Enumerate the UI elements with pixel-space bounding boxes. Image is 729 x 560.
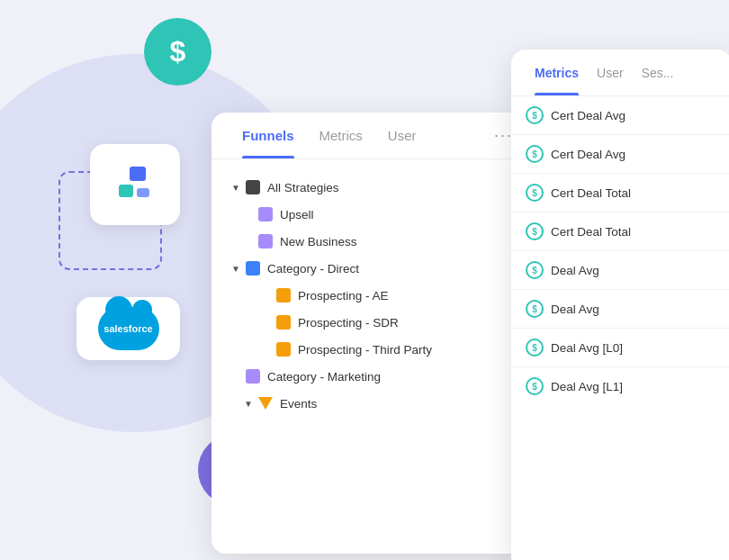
left-area: $ salesforce % (0, 0, 216, 560)
metric-item-cert-deal-avg-2[interactable]: $ Cert Deal Avg (511, 135, 729, 174)
salesforce-card: salesforce (76, 297, 180, 360)
tree-item-prospecting-ae[interactable]: ▶ Prospecting - AE (212, 282, 531, 309)
tree-color-upsell (258, 207, 273, 221)
right-tab-user[interactable]: User (588, 50, 633, 95)
metric-dollar-icon: $ (526, 261, 544, 279)
tree-arrow-all-strategies: ▼ (230, 181, 242, 194)
tree-item-upsell[interactable]: ▶ Upsell (212, 201, 531, 228)
metric-list: $ Cert Deal Avg $ Cert Deal Avg $ Cert D… (511, 96, 729, 560)
tab-metrics[interactable]: Metrics (307, 113, 375, 158)
tab-user[interactable]: User (375, 113, 429, 158)
tree-item-all-strategies[interactable]: ▼ All Strategies (212, 174, 531, 201)
tab-funnels[interactable]: Funnels (230, 113, 307, 158)
metric-dollar-icon: $ (526, 145, 544, 163)
tree-item-new-business[interactable]: ▶ New Business (212, 228, 531, 255)
svg-rect-1 (119, 185, 133, 197)
svg-rect-2 (137, 188, 149, 197)
tree-color-category-direct (246, 261, 260, 275)
tree-color-new-business (258, 234, 273, 248)
tree-arrow-category-direct: ▼ (230, 262, 242, 275)
funnel-tree-content: ▼ All Strategies ▶ Upsell ▶ New Business… (212, 159, 531, 554)
right-panel: Metrics User Ses... $ Cert Deal Avg $ Ce… (511, 50, 729, 560)
metric-item-cert-deal-avg-1[interactable]: $ Cert Deal Avg (511, 96, 729, 135)
tree-color-prospecting-third (276, 342, 291, 357)
funnel-blocks-icon (112, 161, 158, 208)
funnel-app-card (90, 144, 180, 225)
svg-rect-0 (130, 167, 146, 181)
metric-item-deal-avg-2[interactable]: $ Deal Avg (511, 290, 729, 329)
right-tab-ses[interactable]: Ses... (633, 50, 683, 95)
metric-dollar-icon: $ (526, 339, 544, 357)
metric-item-cert-deal-total-2[interactable]: $ Cert Deal Total (511, 212, 729, 251)
tree-color-prospecting-sdr (276, 315, 291, 330)
salesforce-cloud-icon: salesforce (98, 307, 159, 350)
metric-dollar-icon: $ (526, 106, 544, 124)
tree-color-category-marketing (246, 369, 260, 384)
tree-item-prospecting-third[interactable]: ▶ Prospecting - Third Party (212, 336, 531, 363)
metric-item-deal-avg-l0[interactable]: $ Deal Avg [L0] (511, 329, 729, 367)
metric-item-deal-avg-1[interactable]: $ Deal Avg (511, 251, 729, 290)
metric-item-deal-avg-l1[interactable]: $ Deal Avg [L1] (511, 367, 729, 405)
tree-item-category-direct[interactable]: ▼ Category - Direct (212, 255, 531, 282)
right-panel-tab-bar: Metrics User Ses... (511, 50, 729, 96)
metric-dollar-icon: $ (526, 222, 544, 240)
dollar-circle-icon: $ (144, 18, 212, 86)
tree-item-prospecting-sdr[interactable]: ▶ Prospecting - SDR (212, 309, 531, 336)
metric-dollar-icon: $ (526, 184, 544, 202)
tree-color-all-strategies (246, 180, 260, 194)
more-options-button[interactable]: ··· (494, 126, 513, 145)
tree-item-events[interactable]: ▼ Events (212, 390, 531, 417)
metric-dollar-icon: $ (526, 300, 544, 318)
metric-item-cert-deal-total-1[interactable]: $ Cert Deal Total (511, 174, 729, 212)
metric-dollar-icon: $ (526, 377, 544, 395)
tree-color-events (258, 396, 273, 411)
right-tab-metrics[interactable]: Metrics (526, 50, 588, 95)
tree-item-category-marketing[interactable]: ▶ Category - Marketing (212, 363, 531, 390)
main-panel: Funnels Metrics User ··· ▼ All Strategie… (212, 113, 531, 554)
main-panel-tab-bar: Funnels Metrics User ··· (212, 113, 531, 159)
tree-color-prospecting-ae (276, 288, 291, 303)
tree-arrow-events: ▼ (242, 397, 255, 410)
